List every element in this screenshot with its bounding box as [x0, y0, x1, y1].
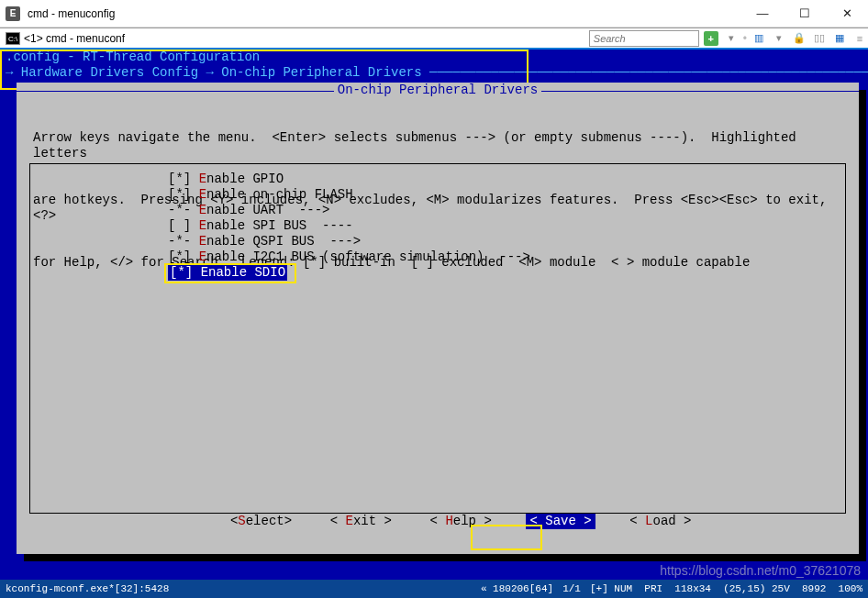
status-process: kconfig-mconf.exe*[32]:5428: [6, 583, 472, 594]
minimize-button[interactable]: —: [741, 0, 784, 28]
tab-icon: C:\: [6, 32, 20, 45]
window-title-bar: E cmd - menuconfig — ☐ ✕: [0, 0, 868, 28]
select-button[interactable]: <SSelectelect>: [227, 514, 295, 529]
panel-title: On-chip Peripheral Drivers: [334, 83, 541, 97]
add-session-dropdown[interactable]: ▾: [724, 31, 739, 46]
option-gpio[interactable]: [*] Enable GPIO: [30, 172, 845, 187]
status-lines: 1/1: [562, 583, 581, 594]
panel-title-row: On-chip Peripheral Drivers: [17, 83, 859, 99]
exit-button[interactable]: < Exit >Exit: [327, 514, 395, 529]
config-file-header: .config - RT-Thread Configuration: [0, 50, 868, 65]
config-breadcrumb: → Hardware Drivers Config → On-chip Peri…: [0, 65, 868, 81]
help-line-1: Arrow keys navigate the menu. <Enter> se…: [33, 130, 842, 161]
layout1-icon[interactable]: ▯▯: [812, 31, 827, 46]
layout2-icon[interactable]: ▦: [832, 31, 847, 46]
status-history: « 180206[64]: [481, 583, 553, 594]
add-session-button[interactable]: +: [704, 31, 718, 46]
option-qspi[interactable]: -*- Enable QSPI BUS --->: [30, 234, 845, 249]
option-flash[interactable]: [*] Enable on-chip FLASH: [30, 187, 845, 203]
tab-label[interactable]: <1> cmd - menuconf: [24, 32, 125, 45]
windows-list-icon[interactable]: ▥: [751, 31, 766, 46]
help-button[interactable]: < Help >Help: [427, 514, 495, 529]
config-panel: On-chip Peripheral Drivers Arrow keys na…: [17, 83, 859, 554]
menu-icon[interactable]: ≡: [852, 31, 867, 46]
close-button[interactable]: ✕: [826, 0, 868, 28]
load-button[interactable]: < Load >Load: [626, 514, 695, 529]
option-spi[interactable]: [ ] Enable SPI BUS ----: [30, 218, 845, 234]
status-bar: kconfig-mconf.exe*[32]:5428 « 180206[64]…: [0, 580, 868, 598]
maximize-button[interactable]: ☐: [784, 0, 826, 28]
toolbar: C:\ <1> cmd - menuconf + ▾ • ▥ ▾ 🔒 ▯▯ ▦ …: [0, 28, 868, 50]
menu-buttons: <SSelectelect> < Exit >Exit < Help >Help…: [17, 498, 859, 545]
save-button[interactable]: < Save >Save: [526, 514, 595, 529]
app-icon: E: [6, 6, 20, 21]
option-i2c1[interactable]: [*] Enable I2C1 BUS (software simulation…: [30, 249, 845, 265]
lock-icon[interactable]: 🔒: [792, 31, 807, 46]
options-list: [*] Enable GPIO [*] Enable on-chip FLASH…: [29, 163, 846, 514]
status-misc: [+] NUM PRI 118x34 (25,15) 25V 8992 100%: [590, 583, 862, 594]
option-sdio[interactable]: [*] Enable SDIO: [30, 265, 845, 281]
separator-icon: •: [743, 32, 747, 45]
search-input[interactable]: [589, 30, 699, 47]
terminal: .config - RT-Thread Configuration → Hard…: [0, 50, 868, 580]
option-uart[interactable]: -*- Enable UART --->: [30, 203, 845, 218]
windows-dropdown-icon[interactable]: ▾: [772, 31, 786, 46]
window-title: cmd - menuconfig: [28, 7, 741, 20]
